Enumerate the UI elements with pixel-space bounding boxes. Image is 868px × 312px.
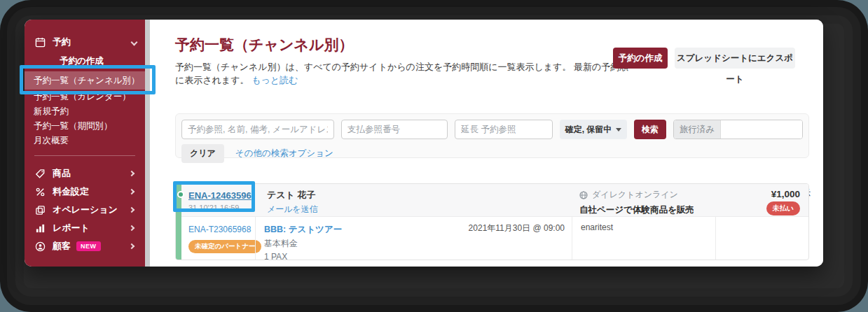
tag-icon — [34, 168, 46, 179]
page-description: 予約一覧（チャンネル別）は、すべての予約サイトからの注文を予約時間順に一覧表示し… — [175, 60, 629, 87]
sidebar-item-operations[interactable]: オペレーション — [25, 201, 145, 219]
app-window: 予約 予約の作成 予約一覧（チャンネル別） 予約一覧（カレンダー） 新規予約 予… — [25, 20, 823, 267]
search-filter-panel: 確定, 保留中 検索 旅行済み クリア その他の検索オプション — [175, 113, 809, 158]
sidebar-item-pricing[interactable]: 料金設定 — [25, 183, 145, 201]
booking-card: ENA-12463596 31.10'21 16:59 テスト 花子 メールを送… — [175, 183, 809, 260]
travelled-label: 旅行済み — [674, 120, 721, 139]
booking-header-row: ENA-12463596 31.10'21 16:59 テスト 花子 メールを送… — [176, 184, 808, 217]
booking-item-row: ENA-T23065968 未確定のパートナー BBB: テストツアー 基本料金… — [176, 217, 808, 260]
status-dropdown[interactable]: 確定, 保留中 — [560, 120, 627, 139]
chevron-down-icon — [131, 38, 138, 45]
empty-cell — [715, 217, 808, 260]
clear-button[interactable]: クリア — [181, 144, 224, 163]
booking-ref-link[interactable]: ENA-12463596 — [188, 190, 252, 201]
sidebar: 予約 予約の作成 予約一覧（チャンネル別） 予約一覧（カレンダー） 新規予約 予… — [25, 20, 145, 267]
calendar-icon — [34, 36, 46, 48]
more-search-options-link[interactable]: その他の検索オプション — [235, 148, 333, 159]
channel-name: ダイレクトオンライン — [592, 189, 678, 201]
chevron-right-icon — [129, 171, 135, 176]
chevron-right-icon — [129, 207, 135, 213]
sidebar-item-bookings-by-period[interactable]: 予約一覧（期間別） — [25, 119, 145, 134]
sidebar-section-bookings[interactable]: 予約 — [34, 35, 138, 49]
copy-icon — [34, 204, 46, 215]
caret-down-icon — [616, 128, 621, 132]
main-content: 予約一覧（チャンネル別） 予約一覧（チャンネル別）は、すべての予約サイトからの注… — [150, 20, 823, 267]
tour-date: 2021年11月30日 @ 09:00 — [469, 222, 565, 260]
sidebar-item-create-booking[interactable]: 予約の作成 — [25, 55, 145, 67]
payment-ref-input[interactable] — [341, 120, 448, 139]
sidebar-item-customers[interactable]: 顧客 NEW — [25, 237, 145, 255]
booking-amount: ¥1,000 — [709, 189, 800, 199]
sidebar-scrollbar[interactable] — [145, 20, 150, 267]
chevron-right-icon — [129, 243, 135, 249]
sidebar-item-bookings-calendar[interactable]: 予約一覧（カレンダー） — [25, 90, 145, 104]
supplier-name: enaritest — [572, 217, 715, 260]
search-input[interactable] — [181, 120, 334, 139]
search-button[interactable]: 検索 — [634, 120, 666, 139]
customer-name: テスト 花子 — [267, 189, 579, 201]
travelled-input[interactable] — [721, 120, 803, 139]
sidebar-item-reports[interactable]: レポート — [25, 219, 145, 237]
sidebar-item-products[interactable]: 商品 — [25, 164, 145, 183]
chevron-right-icon — [129, 189, 135, 194]
person-icon — [34, 241, 46, 252]
page-title: 予約一覧（チャンネル別） — [175, 35, 629, 55]
sidebar-section-label: 予約 — [53, 36, 71, 48]
product-link[interactable]: BBB: テストツアー — [264, 225, 342, 234]
booking-status-dot-icon — [177, 191, 184, 198]
read-more-link[interactable]: もっと読む — [252, 75, 298, 85]
globe-icon — [579, 191, 588, 199]
sidebar-item-new-booking[interactable]: 新規予約 — [25, 104, 145, 119]
sidebar-item-monthly-summary[interactable]: 月次概要 — [25, 134, 145, 148]
percent-icon — [34, 186, 46, 197]
sidebar-divider — [34, 155, 135, 156]
extended-ref-input[interactable] — [455, 120, 553, 139]
travelled-filter-group: 旅行済み — [673, 120, 803, 139]
channel-description: 自社ページで体験商品を販売 — [579, 204, 709, 216]
export-spreadsheet-button[interactable]: スプレッドシートにエクスポート — [675, 48, 795, 69]
chevron-right-icon — [129, 225, 135, 231]
send-mail-link[interactable]: メールを送信 — [267, 204, 318, 215]
create-booking-button[interactable]: 予約の作成 — [613, 48, 668, 69]
pax-label: 1 PAX — [264, 252, 342, 260]
item-ref-link[interactable]: ENA-T23065968 — [188, 225, 251, 234]
sidebar-item-bookings-by-channel[interactable]: 予約一覧（チャンネル別） — [25, 71, 145, 90]
unpaid-badge: 未払い — [766, 201, 800, 215]
rate-label: 基本料金 — [264, 238, 342, 250]
bar-chart-icon — [34, 222, 46, 234]
booking-datetime: 31.10'21 16:59 — [188, 204, 267, 212]
unconfirmed-partner-badge: 未確定のパートナー — [188, 240, 261, 253]
new-badge: NEW — [76, 241, 101, 251]
